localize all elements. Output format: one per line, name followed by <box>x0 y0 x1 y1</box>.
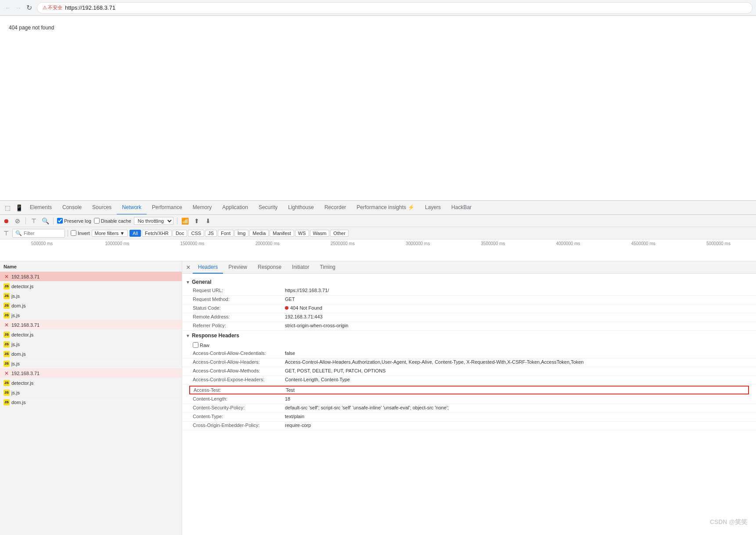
response-header-name: Content-Length: <box>193 396 285 403</box>
invert-checkbox[interactable] <box>71 230 76 236</box>
list-item[interactable]: ✕192.168.3.71 <box>0 272 182 282</box>
throttle-select[interactable]: No throttling <box>134 217 173 225</box>
tab-memory[interactable]: Memory <box>187 201 217 215</box>
tab-console[interactable]: Console <box>57 201 87 215</box>
network-content: Name ✕192.168.3.71JSdetector.jsJSjs.jsJS… <box>0 261 756 535</box>
request-name: js.js <box>11 293 178 299</box>
filter-icon-button[interactable]: ⊤ <box>29 217 38 225</box>
filter-toggle-icon[interactable]: ⊤ <box>2 229 11 238</box>
timeline-label: 2000000 ms <box>230 241 305 246</box>
tab-security[interactable]: Security <box>253 201 283 215</box>
request-name: dom.js <box>11 351 178 357</box>
download-icon[interactable]: ⬇ <box>204 217 212 225</box>
general-triangle: ▼ <box>186 280 190 285</box>
filter-input[interactable] <box>24 231 59 236</box>
filter-type-other[interactable]: Other <box>330 230 349 237</box>
list-item[interactable]: JSdom.js <box>0 398 182 407</box>
response-header-value: false <box>285 351 745 357</box>
url-text: https://192.168.3.71 <box>65 4 115 11</box>
filter-type-manifest[interactable]: Manifest <box>270 230 294 237</box>
request-name: dom.js <box>11 400 178 405</box>
clear-button[interactable]: ⊘ <box>13 217 22 225</box>
raw-checkbox[interactable] <box>193 342 198 348</box>
response-header-value: GET, POST, DELETE, PUT, PATCH, OPTIONS <box>285 368 745 375</box>
inspect-element-icon[interactable]: ⬚ <box>2 202 13 213</box>
list-item[interactable]: ✕192.168.3.71 <box>0 320 182 330</box>
tab-recorder[interactable]: Recorder <box>319 201 351 215</box>
filter-input-container[interactable]: 🔍 <box>12 229 65 238</box>
detail-tab-initiator[interactable]: Initiator <box>287 261 314 274</box>
device-toolbar-icon[interactable]: 📱 <box>13 202 25 213</box>
filter-type-img[interactable]: Img <box>234 230 248 237</box>
filter-type-fetch/xhr[interactable]: Fetch/XHR <box>142 230 172 237</box>
preserve-log-checkbox[interactable] <box>57 218 63 224</box>
tab-elements[interactable]: Elements <box>25 201 57 215</box>
tab-sources[interactable]: Sources <box>87 201 117 215</box>
detail-tabs: × Headers Preview Response Initiator Tim… <box>182 261 756 274</box>
tab-application[interactable]: Application <box>217 201 253 215</box>
close-detail-button[interactable]: × <box>184 263 193 272</box>
security-icon: ⚠ <box>43 5 47 11</box>
detail-tab-timing[interactable]: Timing <box>314 261 341 274</box>
address-bar[interactable]: ⚠ 不安全 https://192.168.3.71 <box>37 2 752 14</box>
list-item[interactable]: JSdetector.js <box>0 282 182 291</box>
timeline-label: 1500000 ms <box>155 241 230 246</box>
list-item[interactable]: ✕192.168.3.71 <box>0 369 182 378</box>
general-section-header[interactable]: ▼ General <box>182 277 756 287</box>
filter-type-font[interactable]: Font <box>218 230 234 237</box>
filter-type-media[interactable]: Media <box>249 230 269 237</box>
list-item[interactable]: JSjs.js <box>0 340 182 349</box>
headers-content: ▼ General Request URL:https://192.168.3.… <box>182 274 756 535</box>
invert-label[interactable]: Invert <box>71 230 90 236</box>
filter-type-doc[interactable]: Doc <box>173 230 187 237</box>
more-filters-button[interactable]: More filters ▼ <box>92 230 128 237</box>
list-item[interactable]: JSdetector.js <box>0 330 182 340</box>
filter-type-all[interactable]: All <box>130 230 141 237</box>
timeline-label: 500000 ms <box>4 241 79 246</box>
detail-tab-preview[interactable]: Preview <box>223 261 252 274</box>
general-field-name: Remote Address: <box>193 314 285 321</box>
filter-type-ws[interactable]: WS <box>295 230 309 237</box>
list-item[interactable]: JSjs.js <box>0 388 182 398</box>
list-item[interactable]: JSdom.js <box>0 301 182 311</box>
list-item[interactable]: JSjs.js <box>0 359 182 369</box>
record-button[interactable]: ⏺ <box>2 217 11 225</box>
search-button[interactable]: 🔍 <box>41 217 50 225</box>
tab-hackbar[interactable]: HackBar <box>446 201 477 215</box>
request-name: dom.js <box>11 303 178 308</box>
response-header-row: Access-Control-Allow-Credentials:false <box>182 350 756 358</box>
filter-type-js[interactable]: JS <box>205 230 217 237</box>
request-name: 192.168.3.71 <box>11 274 178 279</box>
request-name: detector.js <box>11 380 178 386</box>
tab-performance-insights[interactable]: Performance insights ⚡ <box>351 201 420 215</box>
response-header-value: text/plain <box>285 414 745 420</box>
tab-layers[interactable]: Layers <box>420 201 446 215</box>
filter-separator <box>68 230 68 237</box>
disable-cache-label[interactable]: Disable cache <box>94 218 131 224</box>
wifi-icon[interactable]: 📶 <box>181 217 190 225</box>
detail-tab-response[interactable]: Response <box>252 261 287 274</box>
preserve-log-label[interactable]: Preserve log <box>57 218 91 224</box>
list-item[interactable]: JSdom.js <box>0 349 182 359</box>
list-item[interactable]: JSjs.js <box>0 291 182 301</box>
filter-type-wasm[interactable]: Wasm <box>310 230 330 237</box>
list-item[interactable]: JSdetector.js <box>0 378 182 388</box>
forward-button[interactable]: → <box>14 4 23 12</box>
back-button[interactable]: ← <box>4 4 12 12</box>
response-header-name: Access-Control-Expose-Headers: <box>193 377 285 383</box>
tab-network[interactable]: Network <box>117 201 147 215</box>
reload-button[interactable]: ↻ <box>25 4 33 12</box>
response-header-name: Access-Control-Allow-Methods: <box>193 368 285 375</box>
list-item[interactable]: JSjs.js <box>0 311 182 320</box>
detail-tab-headers[interactable]: Headers <box>193 261 223 274</box>
filter-type-css[interactable]: CSS <box>188 230 204 237</box>
general-field-name: Referrer Policy: <box>193 323 285 329</box>
upload-icon[interactable]: ⬆ <box>192 217 201 225</box>
response-headers-section-header[interactable]: ▼ Response Headers <box>182 331 756 340</box>
raw-checkbox-container[interactable]: Raw <box>182 340 756 350</box>
error-icon: ✕ <box>4 274 10 280</box>
request-name: detector.js <box>11 284 178 289</box>
tab-lighthouse[interactable]: Lighthouse <box>283 201 319 215</box>
tab-performance[interactable]: Performance <box>147 201 187 215</box>
disable-cache-checkbox[interactable] <box>94 218 100 224</box>
